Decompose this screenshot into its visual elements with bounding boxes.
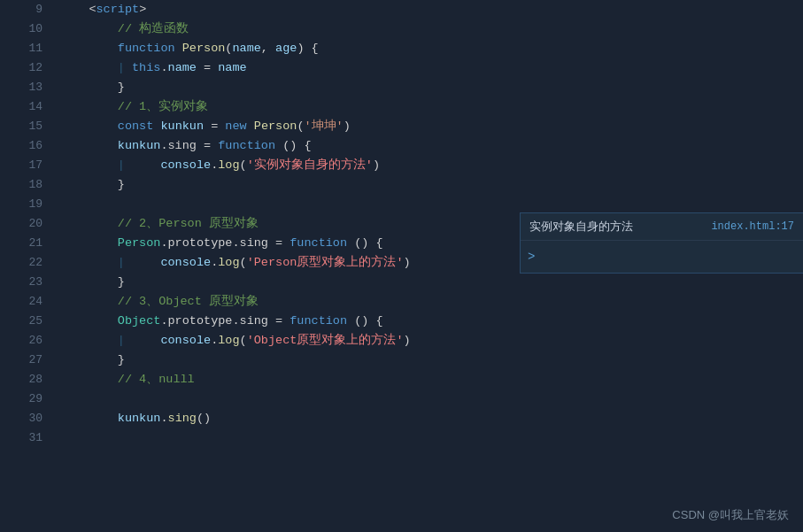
- line-number: 28: [0, 370, 42, 389]
- code-line: kunkun.sing(): [60, 409, 803, 428]
- code-line: }: [60, 78, 803, 97]
- line-number: 13: [0, 78, 42, 97]
- code-line: function Person(name, age) {: [60, 39, 803, 58]
- line-number: 27: [0, 351, 42, 370]
- code-line: | this.name = name: [60, 58, 803, 78]
- line-number: 21: [0, 234, 42, 253]
- line-number: 26: [0, 331, 42, 351]
- code-line: // 构造函数: [60, 19, 803, 39]
- code-line: Object.prototype.sing = function () {: [60, 312, 803, 331]
- code-line: [60, 389, 803, 409]
- console-overlay: 实例对象自身的方法 index.html:17 >: [520, 212, 803, 274]
- line-number: 30: [0, 409, 42, 428]
- line-number: 25: [0, 312, 42, 331]
- line-number: 22: [0, 253, 42, 273]
- line-number: 17: [0, 156, 42, 175]
- console-output-row: 实例对象自身的方法 index.html:17: [521, 213, 803, 241]
- watermark: CSDN @叫我上官老妖: [672, 507, 789, 523]
- line-number: 14: [0, 97, 42, 117]
- console-chevron-icon: >: [528, 250, 535, 264]
- line-number: 20: [0, 214, 42, 234]
- code-line: [60, 428, 803, 448]
- line-number: 10: [0, 19, 42, 39]
- code-line: // 1、实例对象: [60, 97, 803, 117]
- code-line: <script>: [60, 0, 803, 19]
- console-prompt-row[interactable]: >: [521, 241, 803, 273]
- code-line: | console.log('Object原型对象上的方法'): [60, 331, 803, 351]
- code-line: [60, 195, 803, 214]
- line-number: 19: [0, 195, 42, 214]
- line-number: 29: [0, 389, 42, 409]
- code-line: // 4、nulll: [60, 370, 803, 389]
- console-message: 实例对象自身的方法: [521, 217, 702, 236]
- line-number: 16: [0, 136, 42, 156]
- line-number: 15: [0, 117, 42, 136]
- line-number: 24: [0, 292, 42, 312]
- code-line: }: [60, 273, 803, 292]
- code-line: // 3、Object 原型对象: [60, 292, 803, 312]
- code-line: }: [60, 175, 803, 195]
- code-line: const kunkun = new Person('坤坤'): [60, 117, 803, 136]
- line-number: 11: [0, 39, 42, 58]
- code-line: | console.log('实例对象自身的方法'): [60, 156, 803, 175]
- line-number: 18: [0, 175, 42, 195]
- editor-container: 9101112131415161718192021222324252627282…: [0, 0, 803, 532]
- line-numbers: 9101112131415161718192021222324252627282…: [0, 0, 53, 532]
- console-source: index.html:17: [702, 219, 803, 235]
- line-number: 31: [0, 428, 42, 448]
- line-number: 23: [0, 273, 42, 292]
- code-line: }: [60, 351, 803, 370]
- code-line: kunkun.sing = function () {: [60, 136, 803, 156]
- line-number: 9: [0, 0, 42, 19]
- line-number: 12: [0, 58, 42, 78]
